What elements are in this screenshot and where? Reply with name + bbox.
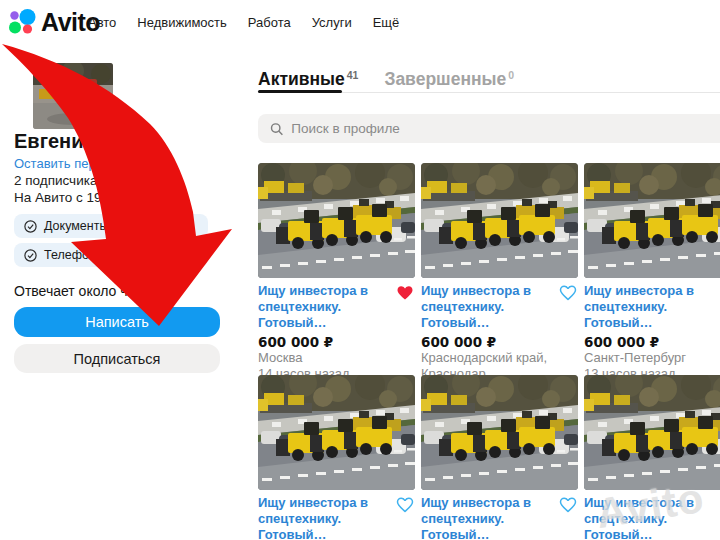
listing-title[interactable]: Ищу инвестора в спецтехнику. Готовый… — [258, 283, 415, 331]
active-tab-underline — [258, 90, 342, 93]
listings-tabs: Активные41 Завершенные0 — [258, 69, 514, 90]
badge-phone-label: Телефон подтверждён — [44, 248, 176, 262]
listing-image[interactable] — [584, 163, 720, 278]
subscribe-button[interactable]: Подписаться — [14, 344, 220, 373]
listing-image[interactable] — [421, 375, 578, 490]
listing-title[interactable]: Ищу инвестора в спецтехнику. Готовый… — [421, 283, 578, 331]
favorite-icon-outline[interactable] — [559, 496, 577, 513]
tab-active-count: 41 — [347, 69, 359, 81]
write-message-button[interactable]: Написать — [14, 307, 220, 337]
nav-item-jobs[interactable]: Работа — [248, 15, 291, 30]
listing-image[interactable] — [258, 375, 415, 490]
profile-name: Евгений — [14, 130, 96, 153]
nav-item-services[interactable]: Услуги — [312, 15, 352, 30]
badge-phone-confirmed: Телефон подтверждён — [14, 243, 208, 267]
listing-location: Санкт-Петербург — [584, 350, 720, 366]
favorite-icon-outline[interactable] — [396, 496, 414, 513]
listing-image[interactable] — [584, 375, 720, 490]
listing-card[interactable]: Ищу инвестора в спецтехнику. Готовый… 60… — [421, 163, 578, 397]
listing-card[interactable]: Ищу инвестора в спецтехнику. Готовый… — [584, 375, 720, 540]
listing-title[interactable]: Ищу инвестора в спецтехнику. Готовый… — [584, 283, 720, 331]
listing-card[interactable]: Ищу инвестора в спецтехнику. Готовый… 60… — [584, 163, 720, 381]
avito-logo-icon — [8, 9, 37, 36]
listing-title[interactable]: Ищу инвестора в спецтехнику. Готовый… — [258, 495, 415, 540]
leave-review-link[interactable]: Оставить первый отзыв — [14, 156, 158, 171]
listing-image[interactable] — [421, 163, 578, 278]
nav-item-auto[interactable]: Авто — [88, 15, 116, 30]
search-icon — [270, 122, 283, 136]
nav-item-realty[interactable]: Недвижимость — [137, 15, 226, 30]
response-time: Отвечает около часа — [14, 283, 150, 299]
badge-documents-verified: Документы проверены — [14, 214, 208, 238]
tab-finished-count: 0 — [508, 69, 514, 81]
listing-price: 600 000 ₽ — [421, 334, 578, 350]
listing-price: 600 000 ₽ — [258, 334, 415, 350]
search-input[interactable] — [291, 121, 716, 136]
listing-image[interactable] — [258, 163, 415, 278]
listing-title[interactable]: Ищу инвестора в спецтехнику. Готовый… — [584, 495, 720, 540]
listing-location: Москва — [258, 350, 415, 366]
favorite-icon-filled[interactable] — [396, 284, 414, 301]
member-since: На Авито с 19 июня 202 — [14, 190, 164, 205]
followers-count[interactable]: 2 подписчика, 0 подписок — [14, 173, 174, 188]
avatar-photo — [33, 63, 113, 129]
listing-card[interactable]: Ищу инвестора в спецтехнику. Готовый… — [258, 375, 415, 540]
top-nav: Авто Недвижимость Работа Услуги Ещё — [88, 15, 399, 30]
tab-finished-listings[interactable]: Завершенные0 — [384, 69, 514, 90]
avito-logo[interactable]: Avito — [8, 8, 100, 37]
profile-search[interactable] — [258, 114, 720, 143]
listing-location: Краснодарский край, — [421, 350, 578, 366]
listing-card[interactable]: Ищу инвестора в спецтехнику. Готовый… 60… — [258, 163, 415, 381]
tab-finished-label: Завершенные — [384, 69, 506, 89]
check-circle-icon — [24, 220, 37, 233]
nav-item-more[interactable]: Ещё — [373, 15, 400, 30]
tab-active-listings[interactable]: Активные41 — [258, 69, 358, 90]
check-circle-icon — [24, 249, 37, 262]
tab-active-label: Активные — [258, 69, 345, 89]
badge-documents-label: Документы проверены — [44, 219, 176, 233]
profile-avatar[interactable] — [33, 63, 113, 129]
listing-card[interactable]: Ищу инвестора в спецтехнику. Готовый… — [421, 375, 578, 540]
listing-title[interactable]: Ищу инвестора в спецтехнику. Готовый… — [421, 495, 578, 540]
favorite-icon-outline[interactable] — [559, 284, 577, 301]
listing-price: 600 000 ₽ — [584, 334, 720, 350]
